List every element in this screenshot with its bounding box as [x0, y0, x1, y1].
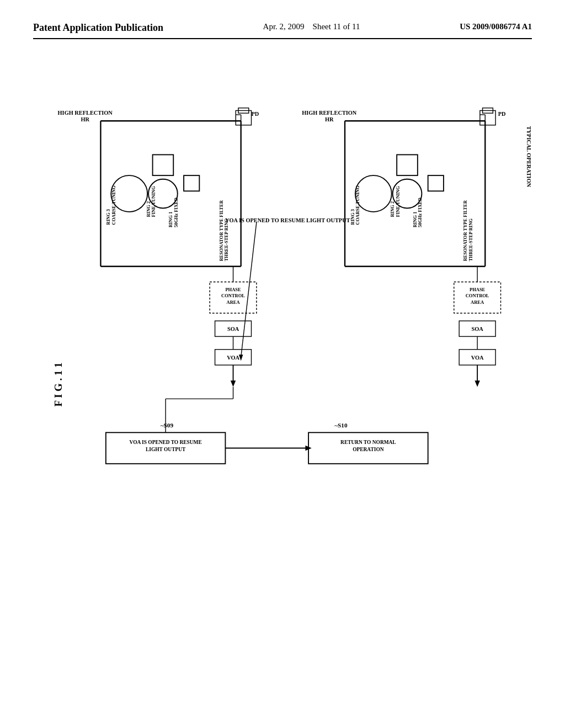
svg-text:AREA: AREA: [471, 299, 484, 305]
svg-text:VOA: VOA: [227, 355, 239, 361]
svg-text:TYPICAL OPERATION: TYPICAL OPERATION: [526, 126, 532, 188]
svg-text:AREA: AREA: [227, 299, 241, 305]
publication-title: Patent Application Publication: [33, 22, 163, 34]
svg-point-44: [355, 175, 392, 212]
svg-text:~S10: ~S10: [334, 422, 348, 429]
svg-rect-45: [397, 155, 418, 176]
svg-rect-47: [428, 175, 444, 191]
svg-text:PD: PD: [498, 111, 506, 117]
svg-text:HR: HR: [81, 116, 89, 122]
svg-marker-73: [475, 381, 479, 387]
svg-text:RING 3: RING 3: [105, 209, 111, 224]
svg-text:OPERATION: OPERATION: [353, 447, 383, 452]
sheet-info: Sheet 11 of 11: [313, 22, 360, 31]
svg-text:HR: HR: [325, 116, 334, 122]
svg-point-6: [111, 175, 147, 212]
svg-text:F I G . 1 1: F I G . 1 1: [52, 362, 64, 406]
svg-text:RING 2: RING 2: [146, 201, 151, 217]
publication-date: Apr. 2, 2009: [263, 22, 305, 31]
svg-text:50GHz FIXED: 50GHz FIXED: [173, 197, 179, 227]
publication-number: US 2009/0086774 A1: [460, 22, 532, 31]
svg-text:COARSE TUNING: COARSE TUNING: [355, 185, 360, 225]
svg-rect-7: [153, 155, 174, 176]
svg-text:RING 1: RING 1: [412, 212, 418, 227]
svg-text:FINE TUNING: FINE TUNING: [151, 186, 156, 217]
svg-text:HIGH REFLECTION: HIGH REFLECTION: [302, 110, 357, 116]
svg-text:RESONATOR TYPE FILTER: RESONATOR TYPE FILTER: [218, 200, 224, 261]
main-diagram-svg: HIGH REFLECTION HR COARSE TUNING RING 3 …: [33, 56, 532, 690]
header-center: Apr. 2, 2009 Sheet 11 of 11: [263, 22, 360, 31]
svg-marker-37: [239, 355, 243, 361]
svg-line-36: [241, 222, 257, 357]
svg-text:RING 2: RING 2: [390, 201, 395, 217]
svg-text:PHASE: PHASE: [470, 287, 486, 292]
page: Patent Application Publication Apr. 2, 2…: [0, 0, 565, 728]
svg-text:CONTROL: CONTROL: [221, 293, 245, 298]
page-header: Patent Application Publication Apr. 2, 2…: [33, 22, 532, 39]
svg-text:RING 1: RING 1: [168, 212, 173, 227]
svg-text:RESONATOR TYPE FILTER: RESONATOR TYPE FILTER: [462, 200, 468, 261]
svg-text:RING 3: RING 3: [350, 209, 355, 224]
svg-text:RETURN TO NORMAL: RETURN TO NORMAL: [340, 440, 396, 445]
svg-marker-34: [231, 381, 236, 387]
svg-text:FINE TUNING: FINE TUNING: [395, 186, 401, 217]
svg-text:50GHz FIXED: 50GHz FIXED: [417, 197, 423, 227]
diagram-area: HIGH REFLECTION HR COARSE TUNING RING 3 …: [33, 56, 532, 690]
svg-rect-9: [184, 175, 199, 191]
svg-text:VOA: VOA: [471, 355, 484, 361]
svg-text:PD: PD: [252, 111, 259, 117]
svg-text:LIGHT OUTPUT: LIGHT OUTPUT: [146, 447, 186, 452]
svg-text:THREE-STEP RING: THREE-STEP RING: [468, 218, 473, 261]
svg-text:COARSE TUNING: COARSE TUNING: [111, 185, 116, 225]
svg-text:SOA: SOA: [471, 326, 483, 332]
svg-text:PHASE: PHASE: [225, 287, 241, 292]
svg-text:VOA IS OPENED TO RESUME: VOA IS OPENED TO RESUME: [130, 440, 202, 445]
svg-text:CONTROL: CONTROL: [466, 293, 489, 298]
svg-text:SOA: SOA: [227, 326, 239, 332]
svg-text:THREE-STEP RING: THREE-STEP RING: [223, 218, 229, 261]
svg-text:VOA IS OPENED TO RESUME LIGHT : VOA IS OPENED TO RESUME LIGHT OUTPUT: [225, 217, 350, 223]
svg-text:~S09: ~S09: [161, 422, 174, 429]
svg-text:HIGH REFLECTION: HIGH REFLECTION: [58, 110, 113, 116]
